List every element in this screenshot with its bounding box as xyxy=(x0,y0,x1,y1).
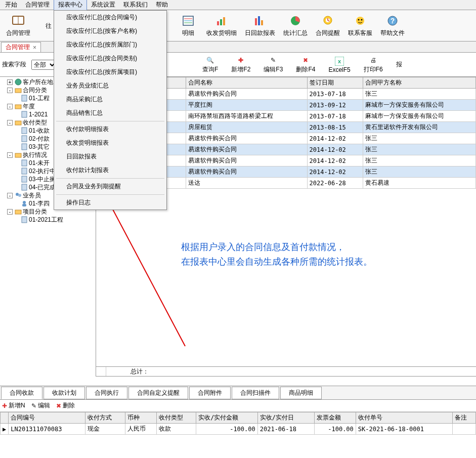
svg-rect-32 xyxy=(22,160,27,166)
menu-contact[interactable]: 联系我们 xyxy=(119,0,152,10)
chart-icon xyxy=(214,14,229,28)
cell-contract-name: 易速软件购买合同 xyxy=(186,144,307,155)
tool-detail[interactable]: 明细 xyxy=(174,12,202,39)
tool-contract-mgmt[interactable]: 合同管理 xyxy=(2,12,34,39)
reports-dropdown: 应收应付汇总(按合同编号)应收应付汇总(按客户名称)应收应付汇总(按所属部门)应… xyxy=(54,10,167,210)
btn-query[interactable]: 🔍查询F xyxy=(197,54,223,75)
bgrid-column-header[interactable]: 发票金额 xyxy=(314,412,356,424)
dropdown-item[interactable]: 日回款报表 xyxy=(54,150,166,163)
doc-icon xyxy=(21,135,28,142)
cell-sign-date: 2014-12-02 xyxy=(307,166,363,178)
cell-sign-date: 2022-06-28 xyxy=(307,178,363,189)
table-row[interactable]: ▶ LN201311070083 现金 人民币 收款 -100.00 2021-… xyxy=(1,424,476,435)
btab-scan[interactable]: 合同扫描件 xyxy=(232,387,279,399)
btab-exec[interactable]: 合同执行 xyxy=(86,387,127,399)
tab-contract-mgmt[interactable]: 合同管理 × xyxy=(1,42,41,52)
svg-point-38 xyxy=(23,201,26,204)
tree-label: 执行情况 xyxy=(23,151,47,159)
grid-column-header[interactable]: 签订日期 xyxy=(307,77,363,89)
dropdown-item[interactable]: 应收应付汇总(按合同编号) xyxy=(54,11,166,24)
dropdown-item[interactable]: 收付款明细报表 xyxy=(54,122,166,136)
search-icon: 🔍 xyxy=(205,55,215,65)
svg-rect-26 xyxy=(22,111,27,117)
btn-add[interactable]: ✚新增F2 xyxy=(226,54,255,75)
svg-rect-10 xyxy=(258,16,260,25)
bgrid-column-header[interactable]: 实收/实付金额 xyxy=(196,412,258,424)
tree-label: 1-2021 xyxy=(29,110,48,118)
dropdown-separator xyxy=(56,121,164,121)
grid-column-header[interactable]: 合同甲方名称 xyxy=(363,77,475,89)
bgrid-column-header[interactable]: 备注 xyxy=(453,412,476,424)
dropdown-item[interactable]: 收发货明细报表 xyxy=(54,136,166,150)
btn-excel[interactable]: xExcelF5 xyxy=(323,55,355,74)
tool-reminder[interactable]: 合同提醒 xyxy=(312,12,344,39)
doc-icon xyxy=(21,176,28,183)
dropdown-item[interactable]: 业务员业绩汇总 xyxy=(54,79,166,93)
dropdown-item[interactable]: 应收应付汇总(按所属项目) xyxy=(54,65,166,79)
bgrid-column-header[interactable]: 收付类型 xyxy=(156,412,196,424)
tool-stats[interactable]: 统计汇总 xyxy=(279,12,312,39)
menu-reports[interactable]: 报表中心 xyxy=(54,0,87,11)
user-icon xyxy=(21,200,28,207)
bgrid-column-header[interactable]: 收付方式 xyxy=(85,412,125,424)
btn-report[interactable]: 报 xyxy=(391,59,407,70)
grid-column-header[interactable]: 合同名称 xyxy=(186,77,307,89)
bottom-grid[interactable]: 合同编号收付方式币种收付类型实收/实付金额实收/实付日发票金额收付单号备注 ▶ … xyxy=(0,412,476,435)
svg-rect-8 xyxy=(223,17,225,25)
tree-toggle-icon[interactable]: - xyxy=(7,120,13,126)
svg-point-37 xyxy=(18,194,21,197)
btn-b-add[interactable]: ✚新增N xyxy=(2,401,25,410)
cell-party-a: 黄石易速 xyxy=(363,178,475,189)
btab-attach[interactable]: 合同附件 xyxy=(189,387,231,399)
cell-party-a: 麻城市一方保安服务有限公司 xyxy=(363,100,475,111)
close-icon[interactable]: × xyxy=(33,44,36,51)
menu-help[interactable]: 帮助 xyxy=(152,0,172,10)
dropdown-item[interactable]: 商品采购汇总 xyxy=(54,93,166,106)
dropdown-item[interactable]: 应收应付汇总(按客户名称) xyxy=(54,24,166,38)
btab-plan[interactable]: 收款计划 xyxy=(44,387,85,399)
tree-toggle-icon[interactable]: - xyxy=(7,193,13,198)
dropdown-item[interactable]: 合同及业务到期提醒 xyxy=(54,180,166,193)
tree-toggle-icon[interactable]: - xyxy=(7,104,13,109)
bgrid-column-header[interactable]: 币种 xyxy=(125,412,156,424)
search-field-select[interactable]: 全部 xyxy=(31,60,57,70)
dropdown-item[interactable]: 应收应付汇总(按合同类别) xyxy=(54,52,166,65)
dropdown-item[interactable]: 应收应付汇总(按所属部门) xyxy=(54,38,166,52)
btn-edit[interactable]: ✎编辑F3 xyxy=(258,54,288,75)
tool-daily-report[interactable]: 日回款报表 xyxy=(241,12,279,39)
cell-b-type: 收款 xyxy=(156,424,196,435)
tool-support[interactable]: 联系客服 xyxy=(344,12,376,39)
tree-toggle-icon[interactable]: - xyxy=(7,88,13,93)
cell-sign-date: 2013-09-12 xyxy=(307,100,363,111)
btn-b-edit[interactable]: ✎编辑 xyxy=(31,401,50,410)
tree-toggle-icon[interactable]: - xyxy=(7,152,13,158)
menu-start[interactable]: 开始 xyxy=(1,0,21,10)
tab-label: 合同管理 xyxy=(6,43,30,52)
btab-custom-remind[interactable]: 合同自定义提醒 xyxy=(128,387,188,399)
svg-rect-29 xyxy=(22,136,27,142)
tree-toggle-icon[interactable]: - xyxy=(7,209,13,215)
folder-icon xyxy=(15,103,22,110)
btab-product[interactable]: 商品明细 xyxy=(280,387,322,399)
cell-sign-date: 2014-12-02 xyxy=(307,144,363,155)
btab-receipt[interactable]: 合同收款 xyxy=(1,387,42,399)
menu-contract[interactable]: 合同管理 xyxy=(21,0,54,10)
svg-rect-24 xyxy=(22,95,27,101)
bgrid-column-header[interactable]: 合同编号 xyxy=(9,412,85,424)
svg-rect-7 xyxy=(220,19,222,25)
dropdown-item[interactable]: 收付款计划报表 xyxy=(54,163,166,177)
btn-b-delete[interactable]: ✖删除 xyxy=(56,401,75,410)
dropdown-item[interactable]: 商品销售汇总 xyxy=(54,106,166,120)
tool-helpfile[interactable]: ? 帮助文件 xyxy=(376,12,409,39)
bgrid-column-header[interactable]: 实收/实付日 xyxy=(257,412,314,424)
btn-print[interactable]: 🖨打印F6 xyxy=(359,54,388,75)
tree-toggle-icon[interactable]: + xyxy=(7,79,13,85)
menu-settings[interactable]: 系统设置 xyxy=(87,0,119,10)
bgrid-column-header[interactable]: 收付单号 xyxy=(356,412,453,424)
plus-icon: ✚ xyxy=(236,55,246,65)
dropdown-item[interactable]: 操作日志 xyxy=(54,196,166,210)
btn-delete[interactable]: ✖删除F4 xyxy=(291,54,320,75)
tree-leaf[interactable]: 01-2021工程 xyxy=(14,216,96,224)
cell-b-billno: SK-2021-06-18-0001 xyxy=(356,424,453,435)
tool-shipment[interactable]: 收发货明细 xyxy=(202,12,241,39)
